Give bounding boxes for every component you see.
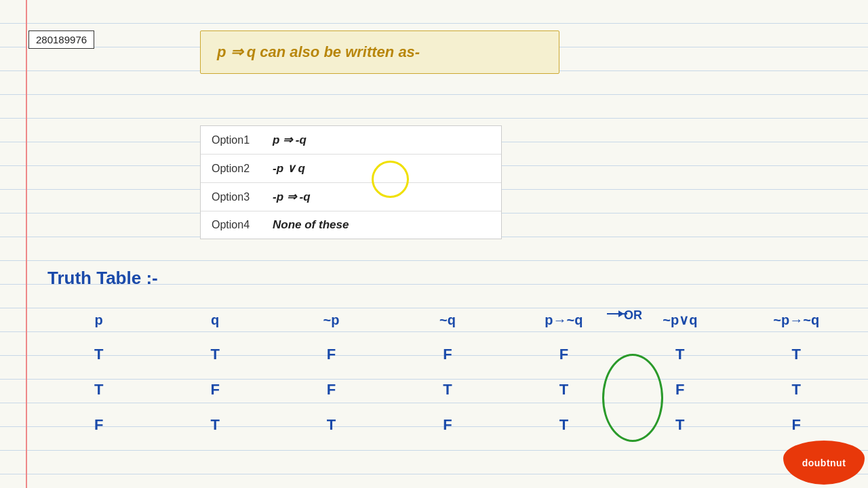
td-1-7: T [738,346,854,363]
td-2-1: T [41,381,157,399]
td-3-3: T [273,416,389,434]
option1-label: Option1 [212,134,273,146]
td-2-4: T [389,381,505,399]
td-3-4: F [389,416,505,434]
option4-label: Option4 [212,219,273,231]
th-p-implies-notq: p→~q [506,312,622,328]
td-1-6: T [622,346,738,363]
option3-value: -p ⇒ -q [273,190,311,204]
doubtnut-logo: doubtnut [783,441,865,485]
truth-table-row-3: F T T F T T F [41,416,854,434]
td-3-1: F [41,416,157,434]
td-3-5: T [506,416,622,434]
option-row-4[interactable]: Option4 None of these [201,211,501,239]
id-text: 280189976 [36,34,87,45]
th-p: p [41,312,157,328]
truth-table-heading: Truth Table :- [47,268,158,289]
th-notp: ~p [273,312,389,328]
th-notq: ~q [389,312,505,328]
truth-table-row-2: T F F T T F T [41,381,854,399]
option2-label: Option2 [212,163,273,175]
option-row-3[interactable]: Option3 -p ⇒ -q [201,183,501,211]
th-notp-implies-notq: ~p→~q [738,312,854,328]
truth-table-area: p q ~p ~q p→~q ~p∨q ~p→~q T T F F F T T … [41,312,854,451]
option3-label: Option3 [212,191,273,203]
td-2-5: T [506,381,622,399]
main-content: 280189976 p ⇒ q can also be written as- … [0,0,868,488]
truth-table-row-1: T T F F F T T [41,346,854,363]
td-3-7: F [738,416,854,434]
truth-table-header-row: p q ~p ~q p→~q ~p∨q ~p→~q [41,312,854,328]
td-2-6: F [622,381,738,399]
question-box: p ⇒ q can also be written as- [200,30,559,74]
option-row-1[interactable]: Option1 p ⇒ -q [201,126,501,155]
logo-text: doubtnut [802,458,846,468]
td-3-2: T [157,416,273,434]
td-2-7: T [738,381,854,399]
options-container: Option1 p ⇒ -q Option2 -p ∨ q Option3 -p… [200,125,502,239]
td-1-3: F [273,346,389,363]
question-text: p ⇒ q can also be written as- [217,43,542,61]
option4-value: None of these [273,218,349,232]
option1-value: p ⇒ -q [273,133,307,147]
id-box: 280189976 [28,30,94,49]
td-2-3: F [273,381,389,399]
td-3-6: T [622,416,738,434]
td-1-2: T [157,346,273,363]
th-q: q [157,312,273,328]
td-1-4: F [389,346,505,363]
td-1-1: T [41,346,157,363]
td-1-5: F [506,346,622,363]
option2-value: -p ∨ q [273,161,305,176]
th-notp-or-q: ~p∨q [622,312,738,328]
td-2-2: F [157,381,273,399]
option-row-2[interactable]: Option2 -p ∨ q [201,155,501,183]
